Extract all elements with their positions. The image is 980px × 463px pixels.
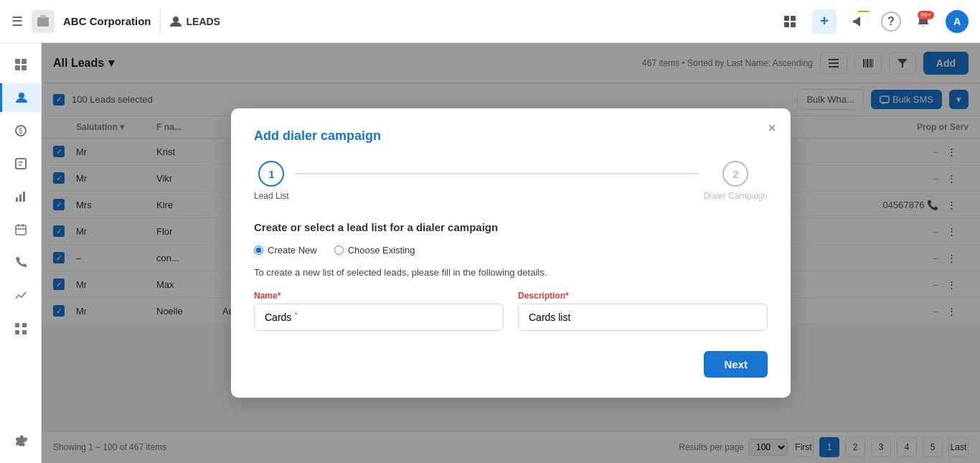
svg-rect-25 bbox=[22, 323, 27, 327]
svg-rect-0 bbox=[37, 17, 49, 27]
form-row: Name* Description* bbox=[254, 291, 768, 331]
corp-name: ABC Corporation bbox=[63, 15, 151, 27]
svg-rect-10 bbox=[22, 65, 27, 70]
modal-info-text: To create a new list of selected leads, … bbox=[254, 267, 768, 278]
step-1: 1 Lead List bbox=[254, 161, 289, 201]
sidebar-item-tasks[interactable] bbox=[6, 149, 35, 178]
radio-existing[interactable] bbox=[334, 245, 344, 255]
sidebar-item-calendar[interactable] bbox=[6, 215, 35, 244]
svg-rect-20 bbox=[16, 225, 26, 235]
description-input[interactable] bbox=[518, 304, 768, 331]
svg-point-2 bbox=[173, 17, 179, 22]
step-1-label: Lead List bbox=[254, 191, 289, 201]
navbar: ☰ ABC Corporation LEADS + ? 99+ A bbox=[0, 0, 980, 43]
step-line bbox=[295, 173, 698, 174]
name-input[interactable] bbox=[254, 304, 504, 331]
svg-rect-19 bbox=[23, 192, 25, 202]
svg-rect-17 bbox=[16, 197, 18, 202]
add-icon-btn[interactable]: + bbox=[812, 9, 837, 34]
radio-create-label[interactable]: Create New bbox=[254, 245, 317, 256]
svg-rect-24 bbox=[15, 323, 19, 327]
form-group-description: Description* bbox=[518, 291, 768, 331]
svg-rect-4 bbox=[791, 16, 796, 21]
step-2: 2 Dialer Campaign bbox=[704, 161, 768, 201]
modal: × Add dialer campaign 1 Lead List 2 Dial… bbox=[231, 108, 791, 398]
radio-create[interactable] bbox=[254, 245, 263, 255]
svg-rect-26 bbox=[15, 330, 19, 335]
leads-label: LEADS bbox=[169, 15, 220, 28]
sidebar-item-analytics[interactable] bbox=[6, 281, 35, 310]
svg-rect-1 bbox=[40, 15, 46, 18]
svg-rect-18 bbox=[19, 195, 22, 202]
radio-existing-label[interactable]: Choose Existing bbox=[334, 245, 415, 256]
desc-label: Description* bbox=[518, 291, 768, 301]
svg-text:$: $ bbox=[19, 127, 23, 135]
content-area: All Leads ▾ 467 items • Sorted by Last N… bbox=[42, 43, 980, 463]
svg-rect-14 bbox=[16, 159, 26, 169]
step-1-circle: 1 bbox=[258, 161, 284, 187]
megaphone-icon-btn[interactable] bbox=[847, 9, 871, 34]
next-button[interactable]: Next bbox=[704, 351, 768, 378]
bell-icon-btn[interactable]: 99+ bbox=[911, 9, 936, 34]
sidebar-item-dashboard[interactable] bbox=[6, 50, 35, 79]
svg-point-11 bbox=[19, 93, 24, 98]
step-2-circle: 2 bbox=[722, 161, 748, 187]
grid-icon-btn[interactable] bbox=[778, 9, 802, 34]
corp-logo bbox=[32, 10, 55, 33]
modal-title: Add dialer campaign bbox=[254, 128, 768, 144]
sidebar-item-deals[interactable]: $ bbox=[6, 116, 35, 145]
sidebar-item-settings[interactable] bbox=[6, 427, 35, 456]
help-icon-btn[interactable]: ? bbox=[881, 11, 901, 32]
main-layout: $ All Leads ▾ bbox=[0, 43, 980, 463]
svg-rect-9 bbox=[15, 65, 20, 70]
sidebar-item-calls[interactable] bbox=[6, 248, 35, 277]
svg-rect-3 bbox=[784, 16, 789, 21]
stepper: 1 Lead List 2 Dialer Campaign bbox=[254, 161, 768, 201]
svg-rect-5 bbox=[784, 22, 789, 27]
svg-rect-7 bbox=[15, 59, 20, 64]
modal-footer: Next bbox=[254, 351, 768, 378]
hamburger-icon[interactable]: ☰ bbox=[11, 14, 23, 29]
modal-close-btn[interactable]: × bbox=[768, 120, 776, 136]
svg-rect-8 bbox=[22, 59, 27, 64]
svg-rect-27 bbox=[22, 330, 27, 335]
name-label: Name* bbox=[254, 291, 504, 301]
sidebar-item-reports[interactable] bbox=[6, 182, 35, 211]
sidebar-item-apps[interactable] bbox=[6, 314, 35, 343]
bell-badge: 99+ bbox=[918, 11, 934, 19]
sidebar: $ bbox=[0, 43, 42, 463]
nav-divider bbox=[160, 9, 161, 34]
modal-description: Create or select a lead list for a diale… bbox=[254, 221, 768, 233]
modal-overlay: × Add dialer campaign 1 Lead List 2 Dial… bbox=[42, 43, 980, 463]
form-group-name: Name* bbox=[254, 291, 504, 331]
svg-rect-6 bbox=[791, 22, 796, 27]
megaphone-badge bbox=[858, 11, 870, 12]
step-2-label: Dialer Campaign bbox=[704, 191, 768, 201]
sidebar-item-contacts[interactable] bbox=[0, 83, 41, 112]
radio-group: Create New Choose Existing bbox=[254, 245, 768, 256]
user-avatar[interactable]: A bbox=[946, 10, 969, 33]
